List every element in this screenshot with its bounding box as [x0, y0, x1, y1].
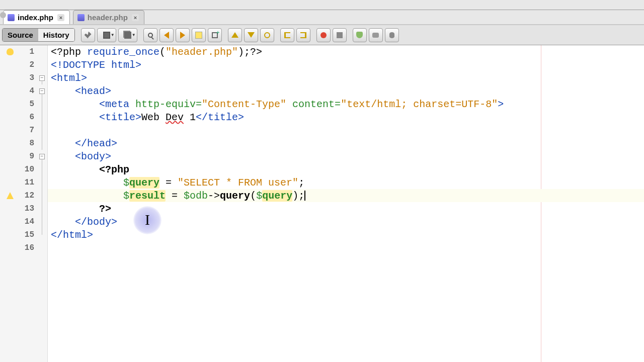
line-number[interactable]: 5 — [20, 98, 36, 111]
fold-column: − − − — [36, 45, 47, 362]
save-all-icon — [124, 32, 131, 39]
token: "Content-Type" — [202, 99, 286, 110]
editor-gutter: 1 2 3 4 5 6 7 8 9 10 11 12 13 14 15 16 − — [0, 45, 48, 362]
source-view-button[interactable]: Source — [3, 29, 38, 41]
token: </title> — [196, 112, 244, 123]
macro-record-button[interactable] — [316, 28, 331, 42]
window-chrome — [0, 0, 644, 10]
token: <!DOCTYPE html> — [51, 59, 141, 71]
token: ( — [159, 46, 166, 58]
db-button-1[interactable] — [353, 28, 367, 42]
token: ; — [298, 177, 304, 189]
arrow-up-icon — [231, 32, 238, 38]
warning-icon[interactable] — [7, 192, 14, 199]
highlight-icon — [195, 32, 202, 39]
db-button-2[interactable] — [369, 28, 383, 42]
token: 1 — [184, 112, 196, 123]
save-icon — [103, 32, 110, 39]
close-icon[interactable]: × — [132, 14, 139, 21]
arrow-down-icon — [248, 32, 255, 38]
indent — [51, 99, 99, 110]
bookmark-button[interactable] — [260, 28, 274, 42]
token: </html> — [51, 229, 93, 241]
indent — [51, 112, 99, 123]
token: <?php — [51, 46, 87, 58]
new-window-icon — [212, 32, 218, 38]
line-number[interactable]: 7 — [20, 124, 36, 137]
line-number[interactable]: 3 — [20, 71, 36, 84]
token: ); — [292, 190, 304, 202]
line-number[interactable]: 10 — [20, 163, 36, 176]
line-number-column: 1 2 3 4 5 6 7 8 9 10 11 12 13 14 15 16 — [20, 45, 36, 362]
ide-window: index.php × header.php × Source History … — [0, 0, 644, 362]
line-number[interactable]: 6 — [20, 111, 36, 124]
token: $odb — [184, 190, 208, 202]
line-number[interactable]: 13 — [20, 202, 36, 215]
editor-toolbar: Source History ▼ ▼ — [0, 25, 644, 45]
dropdown-icon: ▼ — [111, 33, 115, 37]
line-number[interactable]: 9 — [20, 150, 36, 163]
token: </head> — [75, 138, 117, 149]
token: http-equiv= — [135, 99, 202, 110]
line-number[interactable]: 12 — [20, 189, 36, 202]
fold-toggle[interactable]: − — [39, 75, 45, 81]
fold-toggle[interactable]: − — [39, 88, 45, 94]
indent — [51, 151, 75, 162]
dropdown-icon: ▼ — [132, 33, 136, 37]
history-view-button[interactable]: History — [38, 29, 74, 41]
token: Web — [141, 112, 166, 123]
macro-stop-button[interactable] — [333, 28, 347, 42]
save-button[interactable]: ▼ — [97, 28, 116, 42]
php-file-icon — [8, 14, 15, 21]
line-number[interactable]: 4 — [20, 84, 36, 98]
indent-left-icon — [284, 32, 290, 38]
line-number[interactable]: 15 — [20, 228, 36, 241]
indent — [51, 85, 75, 97]
tab-label: header.php — [88, 13, 128, 22]
tab-header-php[interactable]: header.php × — [73, 10, 144, 24]
code-area[interactable]: <?php require_once("header.php");?> <!DO… — [48, 45, 644, 362]
db-button-3[interactable] — [385, 28, 399, 42]
highlight-button[interactable] — [192, 28, 206, 42]
token-highlighted: result — [129, 190, 166, 202]
token-highlighted: query — [262, 190, 292, 202]
find-prev-button[interactable] — [159, 28, 174, 42]
line-number[interactable]: 1 — [20, 45, 36, 58]
find-button[interactable] — [143, 28, 157, 42]
indent — [51, 203, 99, 215]
fold-toggle[interactable]: − — [39, 154, 45, 159]
save-all-button[interactable]: ▼ — [118, 28, 137, 42]
text-cursor — [304, 191, 305, 201]
shift-right-button[interactable] — [296, 28, 310, 42]
hint-bulb-icon[interactable] — [7, 48, 14, 55]
tab-index-php[interactable]: index.php × — [3, 10, 70, 24]
php-file-icon — [77, 14, 85, 21]
token: ?> — [99, 203, 111, 215]
line-number[interactable]: 14 — [20, 215, 36, 228]
find-next-button[interactable] — [176, 28, 190, 42]
token: $ — [256, 190, 262, 202]
indent — [51, 190, 123, 202]
token: $ — [123, 190, 129, 202]
close-icon[interactable]: × — [57, 14, 64, 21]
token: > — [498, 99, 504, 110]
shift-left-button[interactable] — [280, 28, 294, 42]
database-icon — [356, 32, 363, 38]
line-number[interactable]: 2 — [20, 58, 36, 71]
tool-button[interactable] — [81, 28, 95, 42]
line-number[interactable]: 16 — [20, 241, 36, 254]
token: ) — [238, 46, 244, 58]
indent-right-icon — [300, 32, 306, 38]
line-number[interactable]: 11 — [20, 176, 36, 189]
token: <meta — [99, 99, 135, 110]
token: <head> — [75, 85, 111, 97]
line-number[interactable]: 8 — [20, 137, 36, 150]
token: <body> — [75, 151, 111, 162]
jump-next-button[interactable] — [244, 28, 258, 42]
new-window-button[interactable] — [208, 28, 222, 42]
stop-icon — [337, 32, 343, 38]
jump-prev-button[interactable] — [228, 28, 242, 42]
code-editor: 1 2 3 4 5 6 7 8 9 10 11 12 13 14 15 16 − — [0, 45, 644, 362]
bookmark-icon — [264, 32, 270, 38]
file-tab-bar: index.php × header.php × — [0, 10, 644, 25]
